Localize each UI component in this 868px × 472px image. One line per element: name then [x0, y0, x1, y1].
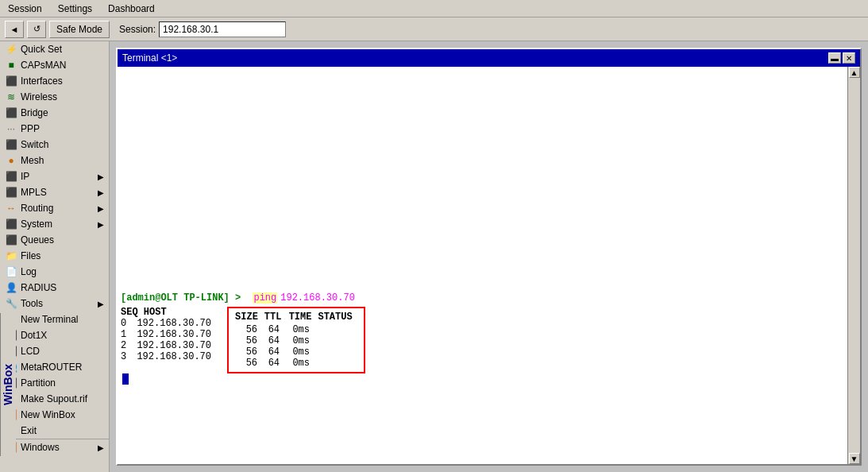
scroll-up-button[interactable]: ▲ — [849, 67, 860, 78]
sidebar-item-bridge[interactable]: ⬛ Bridge — [0, 105, 109, 121]
sidebar-label-queues: Queues — [21, 234, 54, 246]
sidebar-item-log[interactable]: 📄 Log — [0, 264, 109, 280]
sidebar-label-routing: Routing — [21, 203, 53, 214]
sidebar-item-partition[interactable]: ⬛ Partition — [0, 375, 109, 391]
sidebar-item-new-terminal[interactable]: ▶ New Terminal — [0, 311, 109, 327]
switch-icon: ⬛ — [5, 138, 17, 151]
ping-seq-0: 0 — [121, 318, 126, 329]
ping-host-2: 192.168.30.70 — [131, 340, 211, 351]
sidebar-item-switch[interactable]: ⬛ Switch — [0, 137, 109, 153]
back-button[interactable]: ◄ — [5, 21, 24, 38]
ping-target: 192.168.30.70 — [280, 292, 355, 304]
sidebar-item-exit[interactable]: ✖ Exit — [0, 423, 109, 439]
terminal-minimize-button[interactable]: ▬ — [828, 52, 841, 64]
capsman-icon: ■ — [5, 59, 17, 72]
session-ip-input[interactable] — [159, 21, 286, 37]
refresh-button[interactable]: ↺ — [27, 21, 46, 38]
sidebar-item-queues[interactable]: ⬛ Queues — [0, 232, 109, 248]
sidebar-label-new-terminal: New Terminal — [21, 314, 78, 325]
ping-seq-2: 2 — [121, 340, 126, 351]
sidebar-item-lcd[interactable]: ⬛ LCD — [0, 343, 109, 359]
prompt-arrow-space — [244, 292, 249, 304]
sidebar-item-wireless[interactable]: ≋ Wireless — [0, 89, 109, 105]
menu-dashboard[interactable]: Dashboard — [103, 2, 160, 16]
sidebar-item-metarouter[interactable]: 👥 MetaROUTER — [0, 359, 109, 375]
ping-host-1: 192.168.30.70 — [131, 329, 211, 340]
sidebar-item-ip[interactable]: ⬛ IP ▶ — [0, 168, 109, 184]
sidebar-item-windows[interactable]: 🪟 Windows ▶ — [0, 439, 109, 455]
routing-arrow: ▶ — [98, 204, 104, 213]
main-layout: ⚡ Quick Set ■ CAPsMAN ⬛ Interfaces ≋ Wir… — [0, 41, 868, 472]
sidebar-label-switch: Switch — [21, 139, 48, 150]
menu-settings[interactable]: Settings — [53, 2, 97, 16]
ip-icon: ⬛ — [5, 170, 17, 183]
sidebar-label-metarouter: MetaROUTER — [21, 362, 82, 373]
ping-command: ping — [253, 292, 277, 304]
quick-set-icon: ⚡ — [5, 43, 17, 56]
ping-seq-header: SEQ HOST — [121, 307, 211, 318]
stat-size-3: 56 — [235, 358, 257, 369]
ppp-icon: ··· — [5, 122, 17, 135]
ping-seq-3: 3 — [121, 351, 126, 362]
stat-ttl-1: 64 — [264, 335, 280, 346]
minimize-icon: ▬ — [831, 54, 839, 63]
ping-stats-table: SIZE TTL TIME STATUS 56 64 0ms 56 64 0ms… — [227, 307, 365, 373]
sidebar-label-bridge: Bridge — [21, 107, 48, 118]
sidebar-item-ppp[interactable]: ··· PPP — [0, 121, 109, 137]
sidebar-label-tools: Tools — [21, 298, 43, 309]
ping-seq-1: 1 — [121, 329, 126, 340]
sidebar-item-radius[interactable]: 👤 RADIUS — [0, 280, 109, 296]
terminal-content-wrapper: [admin@OLT TP-LINK] > ping 192.168.30.70… — [118, 67, 860, 464]
terminal-close-button[interactable]: ✕ — [843, 52, 855, 64]
scroll-down-button[interactable]: ▼ — [849, 453, 860, 464]
sidebar-label-mpls: MPLS — [21, 187, 47, 198]
sidebar-item-capsman[interactable]: ■ CAPsMAN — [0, 57, 109, 73]
sidebar-item-tools[interactable]: 🔧 Tools ▶ — [0, 296, 109, 311]
mpls-icon: ⬛ — [5, 186, 17, 199]
ping-data-row: 1 192.168.30.70 — [121, 329, 211, 340]
sidebar-item-routing[interactable]: ↔ Routing ▶ — [0, 200, 109, 216]
sidebar-label-mesh: Mesh — [21, 155, 44, 166]
sidebar-label-radius: RADIUS — [21, 282, 56, 293]
ping-table-area: SEQ HOST 0 192.168.30.701 192.168.30.702… — [121, 307, 844, 373]
sidebar-item-files[interactable]: 📁 Files — [0, 248, 109, 264]
sidebar-item-interfaces[interactable]: ⬛ Interfaces — [0, 73, 109, 89]
sidebar-item-new-winbox[interactable]: 🪟 New WinBox — [0, 407, 109, 423]
ping-data-row: 0 192.168.30.70 — [121, 318, 211, 329]
log-icon: 📄 — [5, 265, 17, 278]
tools-icon: 🔧 — [5, 297, 17, 310]
sidebar-item-mesh[interactable]: ● Mesh — [0, 153, 109, 168]
ip-arrow: ▶ — [98, 172, 104, 181]
toolbar: ◄ ↺ Safe Mode Session: — [0, 17, 868, 41]
terminal-body[interactable]: [admin@OLT TP-LINK] > ping 192.168.30.70… — [118, 67, 847, 464]
sidebar-item-quick-set[interactable]: ⚡ Quick Set — [0, 41, 109, 57]
stats-row: 56 64 0ms — [235, 335, 357, 346]
safe-mode-button[interactable]: Safe Mode — [49, 21, 110, 38]
sidebar-item-system[interactable]: ⬛ System ▶ — [0, 216, 109, 232]
sidebar-label-make-supout: Make Supout.rif — [21, 393, 87, 404]
sidebar-item-make-supout[interactable]: 📂 Make Supout.rif — [0, 391, 109, 407]
winbox-label: WinBox — [0, 313, 16, 456]
menu-bar: Session Settings Dashboard — [0, 0, 868, 17]
sidebar-label-quick-set: Quick Set — [21, 44, 62, 55]
stat-ttl-3: 64 — [264, 358, 280, 369]
ping-host-3: 192.168.30.70 — [131, 351, 211, 362]
stat-size-1: 56 — [235, 335, 257, 346]
tools-arrow: ▶ — [98, 300, 104, 308]
sidebar-item-dot1x[interactable]: ⬛ Dot1X — [0, 327, 109, 343]
ttl-header: TTL — [264, 311, 282, 323]
files-icon: 📁 — [5, 250, 17, 262]
scroll-track[interactable] — [848, 78, 860, 453]
system-icon: ⬛ — [5, 218, 17, 230]
menu-session[interactable]: Session — [3, 2, 47, 16]
sidebar-item-mpls[interactable]: ⬛ MPLS ▶ — [0, 184, 109, 200]
bridge-icon: ⬛ — [5, 106, 17, 119]
stats-row: 56 64 0ms — [235, 324, 357, 335]
content-area: Terminal <1> ▬ ✕ [admin@OLT TP-LINK] > p… — [110, 41, 868, 472]
wireless-icon: ≋ — [5, 91, 17, 103]
mesh-icon: ● — [5, 154, 17, 167]
sidebar-label-lcd: LCD — [21, 346, 40, 357]
stat-time-2: 0ms — [286, 346, 310, 358]
stat-time-3: 0ms — [286, 358, 310, 369]
sidebar-label-partition: Partition — [21, 377, 56, 389]
